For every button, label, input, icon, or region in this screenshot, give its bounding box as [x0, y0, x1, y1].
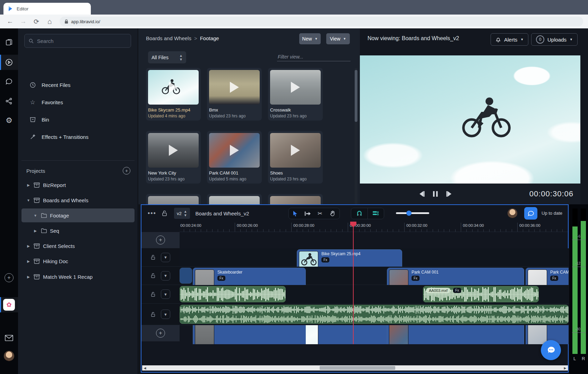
add-project-icon[interactable]: +: [123, 167, 130, 175]
fx-badge[interactable]: Fx: [453, 288, 461, 293]
forward-icon[interactable]: →: [18, 16, 28, 27]
share-icon[interactable]: [0, 93, 18, 109]
playhead[interactable]: [353, 223, 354, 344]
back-icon[interactable]: ←: [5, 16, 15, 27]
browser-tab[interactable]: Editor: [3, 3, 91, 15]
breadcrumb-parent[interactable]: Boards and Wheels: [146, 35, 191, 41]
video-clip[interactable]: [180, 268, 192, 284]
track-enable-toggle[interactable]: ▼: [161, 271, 170, 280]
player-icon[interactable]: [0, 55, 18, 70]
scroll-left-icon[interactable]: ◀: [142, 366, 148, 370]
uploads-button[interactable]: 0 Uploads▼: [531, 33, 578, 46]
select-cursor-icon[interactable]: [289, 208, 301, 219]
video-thumbnail[interactable]: [209, 196, 260, 204]
collaborator-avatar[interactable]: [508, 208, 517, 218]
home-icon[interactable]: ⌂: [44, 16, 55, 27]
pause-icon[interactable]: [429, 188, 442, 200]
file-type-select[interactable]: All Files▲▼: [148, 51, 186, 63]
sidebar-item-recent-files[interactable]: Recent Files: [21, 78, 135, 92]
chevron-right-icon[interactable]: ▶: [26, 259, 31, 263]
new-button[interactable]: New▼: [299, 33, 321, 44]
file-card[interactable]: [207, 194, 262, 204]
audio-clip[interactable]: AA003.mxfFx: [423, 286, 539, 302]
tree-item-boards-and-wheels[interactable]: ▼Boards and Wheels: [21, 193, 135, 207]
track-unlock-icon[interactable]: [151, 292, 155, 297]
chevron-right-icon[interactable]: ▶: [33, 229, 37, 233]
video-thumbnail[interactable]: [148, 70, 199, 105]
chevron-right-icon[interactable]: ▶: [26, 183, 31, 187]
file-card[interactable]: New York CityUpdated 23 hrs ago: [146, 131, 201, 184]
file-card[interactable]: BmxUpdated 23 hrs ago: [207, 68, 262, 121]
support-chat-fab[interactable]: [541, 340, 561, 360]
fx-badge[interactable]: Fx: [412, 276, 420, 281]
track-unlock-icon[interactable]: [151, 273, 155, 278]
comments-toggle-button[interactable]: [524, 207, 537, 220]
lotus-app-icon[interactable]: ✿: [0, 297, 18, 312]
magnet-snap-icon[interactable]: [351, 208, 368, 219]
sidebar-item-effects-transitions[interactable]: Effects + Transitions: [21, 130, 135, 144]
audio-clip[interactable]: [180, 305, 569, 324]
search-box[interactable]: [24, 34, 131, 48]
refresh-icon[interactable]: ⟳: [31, 16, 42, 27]
zoom-slider-knob[interactable]: [406, 211, 412, 216]
fx-badge[interactable]: Fx: [550, 276, 558, 281]
more-options-icon[interactable]: •••: [148, 210, 156, 217]
files-scrollbar[interactable]: [355, 68, 357, 204]
audio-clip[interactable]: [180, 286, 286, 302]
video-thumbnail[interactable]: [209, 133, 260, 168]
chevron-right-icon[interactable]: ▶: [26, 275, 31, 279]
linked-tracks-icon[interactable]: [368, 208, 384, 219]
alerts-button[interactable]: Alerts▼: [491, 33, 528, 46]
scrollbar-thumb[interactable]: [320, 366, 395, 370]
unlock-icon[interactable]: [162, 210, 167, 216]
step-forward-icon[interactable]: [442, 188, 456, 200]
track-unlock-icon[interactable]: [151, 312, 155, 317]
tree-item-hiking-doc[interactable]: ▶Hiking Doc: [21, 254, 135, 268]
timeline-zoom-slider[interactable]: [396, 212, 429, 214]
track-unlock-icon[interactable]: [151, 255, 155, 260]
chat-icon[interactable]: [0, 74, 18, 89]
hand-tool-icon[interactable]: [326, 208, 339, 219]
fx-badge[interactable]: Fx: [321, 257, 329, 262]
file-card[interactable]: CrosswalkUpdated 23 hrs ago: [268, 68, 323, 121]
chevron-down-icon[interactable]: ▼: [26, 198, 31, 202]
file-card[interactable]: [268, 194, 323, 204]
fx-badge[interactable]: Fx: [217, 276, 225, 281]
sidebar-item-bin[interactable]: Bin: [21, 112, 135, 127]
file-card[interactable]: Park CAM 001Updated 5 mins ago: [207, 131, 262, 184]
tree-item-seq[interactable]: ▶Seq: [21, 224, 135, 238]
scroll-right-icon[interactable]: ▶: [562, 366, 568, 370]
user-avatar[interactable]: [0, 348, 18, 364]
sidebar-item-favorites[interactable]: ☆Favorites: [21, 95, 135, 109]
search-input[interactable]: [37, 38, 127, 44]
settings-gear-icon[interactable]: ⚙: [0, 113, 18, 128]
mail-icon[interactable]: [0, 330, 18, 346]
add-track-icon[interactable]: +: [156, 329, 165, 338]
video-thumbnail[interactable]: [148, 196, 199, 204]
add-track-icon[interactable]: +: [156, 235, 165, 244]
step-back-icon[interactable]: [415, 188, 429, 200]
add-app-icon[interactable]: +: [0, 270, 18, 285]
version-select[interactable]: v2▲▼: [174, 208, 190, 219]
video-thumbnail[interactable]: [209, 70, 260, 105]
video-thumbnail[interactable]: [270, 133, 321, 168]
track-enable-toggle[interactable]: ▼: [161, 290, 170, 299]
tree-item-match-week-1-recap[interactable]: ▶Match Week 1 Recap: [21, 270, 135, 284]
chevron-right-icon[interactable]: ▶: [26, 244, 31, 248]
video-thumbnail[interactable]: [270, 196, 321, 204]
scissors-icon[interactable]: ✂: [314, 208, 326, 219]
file-card[interactable]: [146, 194, 201, 204]
pages-icon[interactable]: [0, 35, 18, 50]
file-card[interactable]: Bike Skycam 25.mp4Updated 4 mins ago: [146, 68, 201, 121]
filter-view-input[interactable]: [277, 53, 351, 61]
video-thumbnail[interactable]: [148, 133, 199, 168]
video-viewport[interactable]: [360, 55, 580, 184]
timeline-hscrollbar[interactable]: ◀ ▶: [142, 365, 568, 371]
tree-item-client-selects[interactable]: ▶Client Selects: [21, 239, 135, 253]
video-thumbnail[interactable]: [270, 70, 321, 105]
view-button[interactable]: View▼: [326, 33, 350, 44]
timeline-ruler[interactable]: 00:00:24:0000:00:26:0000:00:28:0000:00:3…: [180, 222, 568, 232]
url-bar[interactable]: app.libravid.io/: [60, 17, 583, 26]
filter-view-field[interactable]: [277, 53, 351, 61]
tree-item-footage[interactable]: ▼Footage: [21, 208, 135, 222]
